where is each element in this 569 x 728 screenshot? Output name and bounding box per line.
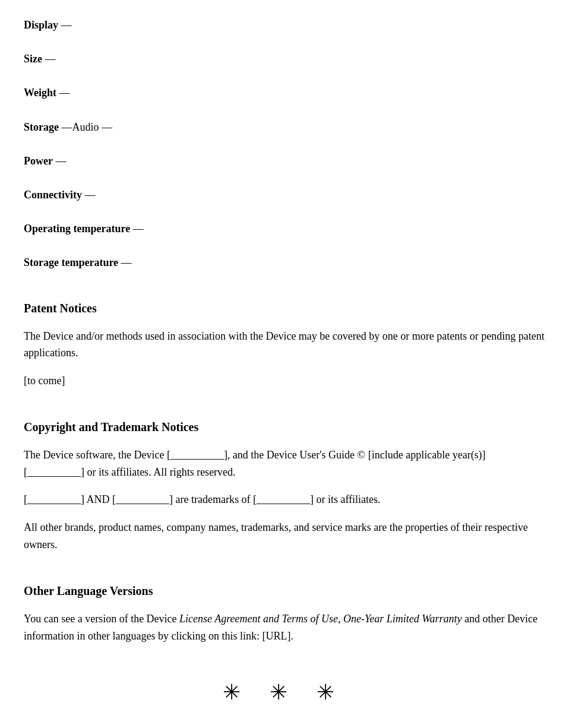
spec-display-label: Display xyxy=(24,19,58,31)
other-lang-body-text: You can see a version of the Device Lice… xyxy=(24,610,545,645)
patent-heading: Patent Notices xyxy=(24,300,545,316)
spec-weight: Weight — xyxy=(24,86,545,100)
other-lang-heading: Other Language Versions xyxy=(24,583,545,599)
spec-power-label: Power xyxy=(24,155,53,167)
spec-connectivity-dash: — xyxy=(82,189,96,201)
other-lang-italic1: License Agreement and Terms of Use xyxy=(179,613,338,625)
other-lang-body: You can see a version of the Device Lice… xyxy=(24,610,545,645)
spec-operating-temp-label: Operating temperature xyxy=(24,223,130,235)
spec-power-dash: — xyxy=(53,155,67,167)
spec-display: Display — xyxy=(24,18,545,33)
spec-size: Size — xyxy=(24,52,545,67)
copyright-body3: All other brands, product names, company… xyxy=(24,519,545,553)
spec-power: Power — xyxy=(24,154,545,169)
spec-storage-temp: Storage temperature — xyxy=(24,255,545,270)
copyright-body1: The Device software, the Device [_______… xyxy=(24,447,545,481)
decorative-stars: ✳ ✳ ✳ xyxy=(24,680,545,705)
spec-storage-audio-extra: —Audio — xyxy=(59,121,112,133)
copyright-heading: Copyright and Trademark Notices xyxy=(24,419,545,435)
spec-operating-temp: Operating temperature — xyxy=(24,221,545,236)
spec-display-dash: — xyxy=(58,19,72,31)
spec-size-label: Size xyxy=(24,53,42,65)
spec-connectivity: Connectivity — xyxy=(24,188,545,202)
spec-weight-dash: — xyxy=(56,87,70,99)
spec-connectivity-label: Connectivity xyxy=(24,189,82,201)
spec-operating-temp-dash: — xyxy=(130,223,144,235)
other-lang-italic2: One-Year Limited Warranty xyxy=(343,613,462,625)
patent-body1: The Device and/or methods used in associ… xyxy=(24,328,545,362)
patent-body2: [to come] xyxy=(24,372,545,390)
spec-weight-label: Weight xyxy=(24,87,56,99)
copyright-body: The Device software, the Device [_______… xyxy=(24,447,545,553)
spec-storage-temp-label: Storage temperature xyxy=(24,257,118,268)
spec-storage-audio-label: Storage xyxy=(24,121,59,133)
spec-storage-audio: Storage —Audio — xyxy=(24,120,545,135)
spec-storage-temp-dash: — xyxy=(118,257,132,268)
copyright-body2: [__________] AND [__________] are tradem… xyxy=(24,491,545,508)
spec-size-dash: — xyxy=(42,53,56,65)
patent-body: The Device and/or methods used in associ… xyxy=(24,328,545,390)
